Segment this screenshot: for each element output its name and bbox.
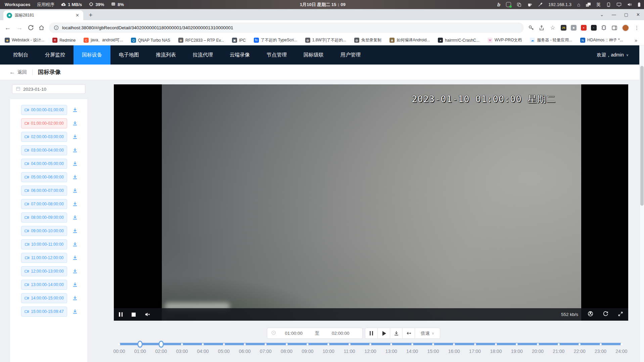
bookmark-item[interactable]: ◆ Webstack - 设计... — [5, 37, 44, 43]
recording-segment-button[interactable]: 14:00:00-15:00:00 — [21, 293, 67, 303]
recording-segment-button[interactable]: 03:00:00-04:00:00 — [21, 145, 67, 155]
home-icon[interactable]: ⌂ — [577, 2, 580, 7]
recording-segment-button[interactable]: 04:00:00-05:00:00 — [21, 159, 67, 169]
bookmark-item[interactable]: ▣ IPC — [232, 38, 246, 43]
bookmark-item[interactable]: ◍ 免登录复制 — [354, 37, 381, 43]
back-button[interactable]: ← 返回 — [9, 69, 27, 76]
forward-icon[interactable]: → — [16, 24, 23, 32]
tab-close-icon[interactable]: ✕ — [75, 13, 80, 18]
download-icon[interactable] — [72, 161, 78, 166]
clipboard-icon[interactable] — [517, 2, 521, 7]
download-icon[interactable] — [72, 214, 78, 220]
app-nav-tab[interactable]: 电子地图 — [110, 45, 147, 65]
password-key-icon[interactable] — [528, 25, 534, 31]
app-nav-tab[interactable]: 推流列表 — [147, 45, 184, 65]
user-welcome[interactable]: 欢迎，admin ∨ — [597, 52, 629, 58]
start-time-value[interactable]: 01:00:00 — [276, 331, 312, 336]
recording-segment-button[interactable]: 12:00:00-13:00:00 — [21, 266, 67, 276]
reload-icon[interactable] — [28, 25, 34, 31]
player-refresh-icon[interactable] — [603, 311, 608, 318]
app-nav-tab[interactable]: 节点管理 — [258, 45, 295, 65]
bookmarks-overflow-icon[interactable]: » — [633, 38, 639, 43]
extension-icon[interactable]: ● — [581, 25, 587, 31]
download-icon[interactable] — [72, 120, 78, 126]
extension-icon[interactable]: JS — [561, 25, 566, 31]
bookmark-item[interactable]: 知 了不起的 TypeScri... — [254, 37, 297, 43]
app-nav-tab[interactable]: 用户管理 — [332, 45, 369, 65]
app-nav-tab[interactable]: 控制台 — [5, 45, 37, 65]
recording-segment-button[interactable]: 15:00:00-15:09:47 — [21, 307, 67, 317]
color-picker-icon[interactable] — [538, 2, 543, 7]
site-info-icon[interactable] — [54, 25, 59, 30]
recording-segment-button[interactable]: 10:00:00-11:00:00 — [21, 239, 67, 249]
recording-segment-button[interactable]: 06:00:00-07:00:00 — [21, 186, 67, 196]
side-panel-icon[interactable] — [611, 25, 617, 31]
windows-stack-icon[interactable] — [586, 3, 591, 7]
cpu-usage-indicator[interactable]: 39% — [89, 2, 104, 8]
back-icon[interactable]: ← — [4, 24, 11, 32]
maximize-icon[interactable]: ▢ — [624, 12, 628, 17]
minimize-icon[interactable]: — — [612, 12, 616, 17]
profile-avatar[interactable] — [622, 24, 629, 32]
date-picker-input[interactable]: 2023-01-10 — [12, 84, 85, 94]
bookmark-item[interactable]: C java、android可... — [84, 37, 123, 43]
seek-back-button[interactable] — [403, 328, 415, 338]
clock[interactable]: 1月10日 星期二 15：09 — [300, 2, 346, 8]
recording-segment-button[interactable]: 00:00:00-01:00:00 — [21, 105, 67, 115]
bookmark-item[interactable]: ◕ hairrrrr/C-CrashC... — [438, 38, 479, 43]
bookmark-item[interactable]: R Redmine — [52, 38, 76, 43]
player-stop-icon[interactable] — [132, 313, 136, 317]
snapshot-aperture-icon[interactable] — [588, 311, 593, 318]
applications-button[interactable]: 应用程序 — [37, 2, 54, 8]
browser-tab[interactable]: ✱ 国标28181 ✕ — [3, 10, 83, 20]
ip-address[interactable]: 192.168.1.3 — [548, 2, 571, 7]
workspaces-button[interactable]: Workspaces — [5, 2, 30, 7]
app-nav-tab[interactable]: 国标级联 — [295, 45, 332, 65]
app-nav-tab[interactable]: 云端录像 — [221, 45, 258, 65]
bing-tray-icon[interactable]: b — [497, 2, 500, 7]
recording-segment-button[interactable]: 11:00:00-12:00:00 — [21, 253, 67, 263]
download-icon[interactable] — [72, 228, 78, 234]
network-speed-indicator[interactable]: 1 MB/s — [61, 2, 82, 7]
download-icon[interactable] — [72, 188, 78, 193]
battery-icon[interactable] — [638, 2, 641, 7]
end-time-value[interactable]: 02:00:00 — [323, 331, 359, 336]
app-nav-tab[interactable]: 国标设备 — [74, 45, 110, 65]
app-nav-tab[interactable]: 拉流代理 — [184, 45, 221, 65]
page-scrollbar[interactable] — [639, 45, 644, 362]
bookmark-item[interactable]: Ψ WVP-PRO文档 — [488, 37, 522, 43]
recording-segment-button[interactable]: 07:00:00-08:00:00 — [21, 199, 67, 209]
speed-dropdown[interactable]: 倍速 ∨ — [415, 328, 440, 338]
input-method-indicator[interactable]: 英 — [596, 2, 601, 8]
app-notification-icon[interactable] — [506, 2, 511, 7]
bookmark-star-icon[interactable]: ☆ — [549, 24, 556, 31]
extensions-puzzle-icon[interactable] — [601, 25, 607, 31]
video-player[interactable]: 2023-01-10 01:00:00 星期二 552 kb/s — [114, 84, 628, 321]
timeline-start-handle[interactable] — [137, 340, 143, 348]
new-tab-button[interactable]: + — [86, 10, 95, 20]
home-button-icon[interactable] — [38, 25, 45, 31]
bookmark-item[interactable]: ♟ 如何编译Android... — [389, 37, 430, 43]
page-scrollbar-thumb[interactable] — [640, 66, 644, 206]
bookmark-item[interactable]: ◍ 1.8W字|了不起的... — [305, 37, 346, 43]
download-icon[interactable] — [72, 255, 78, 260]
extension-icon[interactable]: ◆ — [571, 25, 577, 31]
download-icon[interactable] — [72, 295, 78, 301]
pause-button[interactable] — [365, 328, 378, 338]
download-icon[interactable] — [72, 282, 78, 287]
recording-segment-button[interactable]: 02:00:00-03:00:00 — [21, 132, 67, 142]
download-button[interactable] — [390, 328, 403, 338]
window-close-icon[interactable]: ✕ — [636, 12, 640, 17]
download-icon[interactable] — [72, 309, 78, 314]
extension-icon[interactable]: ▪ — [591, 25, 597, 31]
recording-segment-button[interactable]: 05:00:00-06:00:00 — [21, 172, 67, 182]
bookmark-item[interactable]: Q QNAP Turbo NAS — [131, 38, 170, 43]
download-icon[interactable] — [72, 174, 78, 180]
fullscreen-icon[interactable] — [618, 311, 623, 318]
play-button[interactable] — [378, 328, 390, 338]
download-icon[interactable] — [72, 201, 78, 207]
recording-segment-button[interactable]: 08:00:00-09:00:00 — [21, 212, 67, 223]
timeline-end-handle[interactable] — [158, 340, 164, 348]
coffee-cup-icon[interactable] — [527, 2, 532, 7]
browser-menu-icon[interactable]: ⋮ — [634, 25, 640, 31]
